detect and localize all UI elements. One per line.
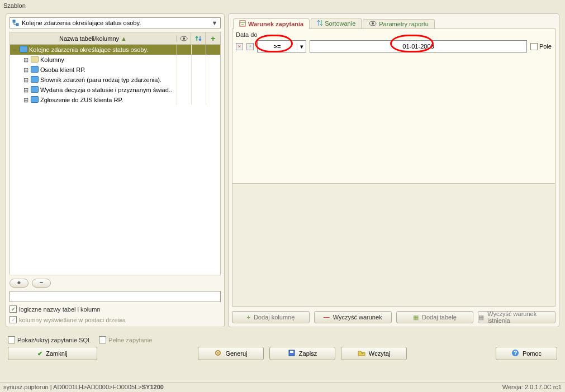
tab-bar: Warunek zapytania Sortowanie Parametry r…	[233, 15, 555, 28]
left-panel: Kolejne zdarzenia określające status oso…	[6, 13, 225, 327]
tab-label: Warunek zapytania	[248, 21, 303, 27]
load-button[interactable]: Wczytaj	[341, 347, 407, 360]
button-label: Dodaj kolumnę	[254, 314, 295, 321]
checkbox-label: Pełne zapytanie	[108, 337, 152, 343]
button-label: Generuj	[225, 350, 247, 357]
expand-icon[interactable]: ⊞	[21, 97, 30, 104]
tree-label: Osoba klient RP.	[39, 66, 177, 73]
add-column-icon[interactable]: +	[206, 32, 220, 44]
folder-icon	[30, 86, 39, 94]
checkbox-label: Pokaż/ukryj zapytanie SQL	[17, 337, 91, 343]
button-label: Wczytaj	[369, 350, 391, 357]
checkbox-icon	[8, 336, 15, 343]
clear-exist-button[interactable]: ▦ Wyczyść warunek istnienia	[478, 311, 555, 323]
tree-display-checkbox[interactable]: ✓ kolumny wyświetlane w postaci drzewa	[10, 316, 221, 323]
close-button[interactable]: ✔ Zamknij	[8, 347, 97, 360]
value-input[interactable]	[310, 40, 527, 52]
right-panel: Warunek zapytania Sortowanie Parametry r…	[228, 13, 559, 327]
status-right: Wersja: 2.0.17.0C rc1	[502, 384, 562, 391]
folder-open-icon	[358, 350, 365, 357]
tab-label: Sortowanie	[325, 20, 355, 27]
tree-label: Kolejne zdarzenia określające status oso…	[28, 46, 177, 53]
save-button[interactable]: Zapisz	[269, 347, 335, 360]
generate-button[interactable]: Generuj	[198, 347, 264, 360]
eye-icon	[369, 21, 377, 27]
tree-row[interactable]: ⊞ Kolumny	[10, 55, 220, 65]
tree-header: Nazwa tabeli/kolumny ▲ +	[10, 32, 221, 44]
svg-rect-0	[13, 20, 15, 22]
checkbox-icon: ✓	[10, 305, 17, 313]
collapse-icon[interactable]: −	[10, 46, 19, 53]
tree-label: Słownik zdarzeń (para rodzaj typ zdarzen…	[39, 77, 177, 83]
checkbox-icon	[530, 43, 538, 50]
table-selector-combo[interactable]: Kolejne zdarzenia określające status oso…	[10, 17, 221, 28]
tree-row[interactable]: ⊞ Zgłoszenie do ZUS klienta RP.	[10, 95, 220, 105]
svg-rect-10	[290, 351, 293, 353]
clear-condition-button[interactable]: — Wyczyść warunek	[314, 311, 392, 323]
plus-icon: +	[246, 314, 250, 321]
tree-row[interactable]: ⊞ Słownik zdarzeń (para rodzaj typ zdarz…	[10, 75, 220, 85]
expand-icon[interactable]: ⊞	[21, 56, 30, 64]
schema-tree[interactable]: − Kolejne zdarzenia określające status o…	[10, 44, 221, 275]
tree-label: Wydana decyzja o statusie i przyznanym ś…	[39, 87, 177, 93]
svg-text:?: ?	[514, 350, 517, 356]
sort-icon	[317, 20, 322, 27]
button-label: Wyczyść warunek	[333, 314, 382, 321]
button-label: Zapisz	[299, 350, 317, 357]
table-minus-icon: ▦	[478, 314, 484, 321]
button-label: Pomoc	[523, 350, 542, 357]
add-condition-button[interactable]: +	[246, 43, 254, 50]
button-label: Dodaj tabelę	[422, 314, 457, 321]
svg-point-6	[372, 22, 374, 25]
expand-icon[interactable]: ⊞	[21, 77, 30, 84]
svg-point-3	[183, 37, 185, 40]
add-table-button[interactable]: ▦ Dodaj tabelę	[396, 311, 474, 323]
tree-row[interactable]: ⊞ Wydana decyzja o statusie i przyznanym…	[10, 85, 220, 95]
logical-names-checkbox[interactable]: ✓ logiczne nazwy tabel i kolumn	[10, 305, 221, 313]
expand-icon[interactable]: ⊞	[21, 87, 30, 94]
minus-icon: —	[324, 314, 330, 321]
filter-input[interactable]	[10, 291, 221, 302]
help-icon: ?	[511, 349, 519, 358]
checkbox-label: kolumny wyświetlane w postaci drzewa	[19, 317, 126, 323]
folder-icon	[30, 56, 39, 64]
operator-value: >=	[258, 43, 297, 50]
show-sql-checkbox[interactable]: Pokaż/ukryj zapytanie SQL	[8, 336, 91, 343]
column-header[interactable]: Nazwa tabeli/kolumny	[59, 35, 119, 42]
tree-row[interactable]: ⊞ Osoba klient RP.	[10, 65, 220, 75]
checkbox-label: logiczne nazwy tabel i kolumn	[19, 306, 101, 313]
help-button[interactable]: ? Pomoc	[496, 347, 557, 360]
eye-column-icon[interactable]	[177, 32, 191, 44]
condition-lower-pane	[232, 183, 555, 306]
svg-point-8	[217, 352, 219, 354]
button-label: Zamknij	[46, 350, 68, 357]
folder-icon	[19, 46, 28, 54]
full-query-checkbox[interactable]: Pełne zapytanie	[99, 336, 152, 343]
expand-icon[interactable]: ⊞	[21, 66, 30, 74]
operator-combo[interactable]: >= ▾	[257, 40, 306, 52]
svg-rect-4	[240, 21, 245, 26]
tab-sorting[interactable]: Sortowanie	[311, 18, 362, 28]
checkbox-icon	[99, 336, 106, 343]
folder-icon	[30, 96, 39, 104]
condition-area: Data do × + >= ▾ Pole	[232, 28, 555, 307]
status-bar: syriusz.puptorun | AD0001LH>AD0000>FO000…	[0, 382, 565, 392]
tree-row[interactable]: − Kolejne zdarzenia określające status o…	[10, 45, 220, 55]
pole-checkbox[interactable]: Pole	[530, 43, 552, 50]
sort-column-icon[interactable]	[191, 32, 206, 44]
collapse-all-button[interactable]: −	[32, 279, 51, 288]
expand-all-button[interactable]: +	[10, 279, 29, 288]
tab-params[interactable]: Parametry raportu	[363, 19, 435, 28]
add-column-button[interactable]: + Dodaj kolumnę	[232, 311, 310, 323]
button-label: Wyczyść warunek istnienia	[487, 310, 555, 324]
gear-icon	[214, 349, 222, 358]
pole-label: Pole	[539, 43, 552, 50]
tree-label: Zgłoszenie do ZUS klienta RP.	[39, 97, 177, 103]
window-title: Szablon	[0, 0, 565, 11]
tab-label: Parametry raportu	[379, 21, 429, 27]
tab-condition[interactable]: Warunek zapytania	[233, 18, 310, 29]
folder-icon	[30, 76, 39, 84]
save-icon	[288, 349, 296, 358]
remove-condition-button[interactable]: ×	[236, 43, 243, 50]
folder-icon	[30, 66, 39, 74]
